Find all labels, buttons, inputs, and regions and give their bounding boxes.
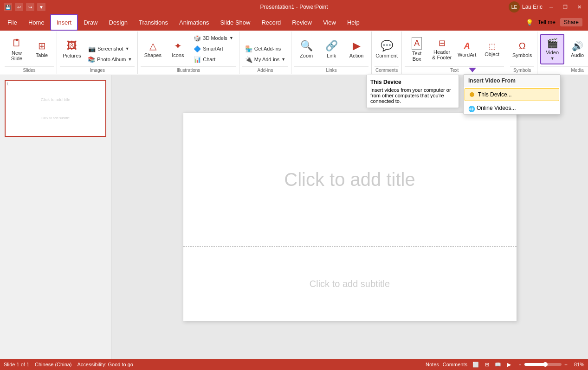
object-label: Object [485, 51, 499, 57]
icons-label: Icons [172, 52, 184, 58]
view-buttons: ⬜ ⊞ 📖 ▶ [471, 361, 514, 368]
symbols-group-content: Ω Symbols [510, 32, 534, 65]
models-3d-icon: 🎲 [194, 35, 201, 42]
action-btn[interactable]: ▶ Action [344, 34, 368, 64]
pictures-btn[interactable]: 🖼 Pictures [60, 34, 84, 64]
video-label: Video [546, 50, 559, 55]
screenshot-btn[interactable]: 📷 Screenshot ▼ [85, 44, 135, 54]
table-btn[interactable]: ⊞ Table [30, 34, 54, 64]
object-icon: ⬚ [489, 42, 496, 51]
minimize-btn[interactable]: ─ [546, 2, 556, 12]
models-3d-label: 3D Models [203, 35, 227, 41]
audio-label: Audio [571, 52, 584, 58]
menu-view[interactable]: View [317, 14, 342, 31]
slide-sorter-btn[interactable]: ⊞ [482, 361, 491, 368]
video-btn[interactable]: 🎬 Video ▼ [540, 34, 564, 64]
menu-help[interactable]: Help [342, 14, 365, 31]
reading-view-btn[interactable]: 📖 [493, 361, 503, 368]
ribbon-group-links: 🔍 Zoom 🔗 Link ▶ Action Links [291, 32, 372, 74]
screenshot-label: Screenshot [97, 46, 123, 51]
shapes-btn[interactable]: △ Shapes [141, 34, 165, 64]
online-videos-icon: 🌐 [468, 106, 473, 110]
comments-group-label: Comments [375, 66, 399, 73]
images-group-label: Images [60, 66, 135, 73]
menu-animations[interactable]: Animations [174, 14, 214, 31]
zoom-fill [524, 363, 545, 366]
customize-qat-btn[interactable]: ▼ [37, 3, 45, 11]
new-slide-btn[interactable]: 🗒 New Slide [5, 34, 29, 64]
menu-design[interactable]: Design [103, 14, 133, 31]
links-group-content: 🔍 Zoom 🔗 Link ▶ Action [294, 32, 368, 65]
slide-canvas-area: Click to add title Click to add subtitle [111, 75, 588, 359]
slideshow-btn[interactable]: ▶ [504, 361, 514, 368]
zoom-level[interactable]: 81% [570, 362, 584, 367]
menu-insert[interactable]: Insert [50, 14, 78, 31]
smartart-icon: 🔷 [194, 45, 201, 52]
smartart-btn[interactable]: 🔷 SmartArt [191, 44, 236, 54]
zoom-slider[interactable] [524, 363, 562, 366]
undo-qat-btn[interactable]: ↩ [15, 3, 23, 11]
menu-slideshow[interactable]: Slide Show [214, 14, 256, 31]
wordart-icon: A [464, 41, 470, 51]
models-3d-btn[interactable]: 🎲 3D Models ▼ [191, 33, 236, 43]
table-icon: ⊞ [38, 40, 46, 51]
chart-icon: 📊 [194, 56, 201, 63]
status-bar: Slide 1 of 1 Chinese (China) Accessibili… [0, 359, 588, 370]
notes-btn[interactable]: Notes [426, 362, 439, 367]
status-right: Notes Comments ⬜ ⊞ 📖 ▶ － ＋ 81% [426, 361, 584, 368]
object-btn[interactable]: ⬚ Object [480, 34, 504, 64]
symbols-label: Symbols [512, 52, 532, 58]
my-addins-label: My Add-ins [254, 57, 279, 62]
textbox-icon: A [412, 37, 422, 50]
share-btn[interactable]: Share [560, 18, 582, 26]
normal-view-btn[interactable]: ⬜ [471, 361, 480, 368]
menu-file[interactable]: File [2, 14, 23, 31]
restore-btn[interactable]: ❐ [560, 2, 570, 12]
illustrations-group-label: Illustrations [141, 66, 236, 73]
get-addins-btn[interactable]: 🏪 Get Add-ins [242, 44, 288, 54]
audio-btn[interactable]: 🔊 Audio [565, 34, 588, 64]
slide-canvas: Click to add title Click to add subtitle [183, 113, 517, 321]
video-dropdown-icon: ▼ [550, 56, 555, 61]
ribbon-group-addins: 🏪 Get Add-ins 🔌 My Add-ins ▼ Add-ins [239, 32, 291, 74]
wordart-btn[interactable]: A WordArt [455, 34, 479, 64]
my-addins-btn[interactable]: 🔌 My Add-ins ▼ [242, 54, 288, 64]
tell-me[interactable]: Tell me [538, 19, 556, 26]
comments-btn[interactable]: Comments [443, 362, 467, 367]
chart-btn[interactable]: 📊 Chart [191, 54, 236, 64]
link-btn[interactable]: 🔗 Link [319, 34, 343, 64]
slide-title-placeholder[interactable]: Click to add title [183, 113, 517, 247]
symbols-btn[interactable]: Ω Symbols [510, 34, 534, 64]
icons-icon: ✦ [174, 40, 182, 51]
slide-number: 1 [6, 82, 9, 86]
online-videos-item[interactable]: 🌐 Online Videos... [464, 102, 560, 114]
video-icon: 🎬 [547, 38, 558, 49]
action-icon: ▶ [353, 40, 361, 52]
save-qat-btn[interactable]: 💾 [4, 3, 12, 11]
zoom-btn[interactable]: 🔍 Zoom [294, 34, 318, 64]
menu-home[interactable]: Home [23, 14, 50, 31]
this-device-item[interactable]: This Device... [465, 88, 559, 101]
slide-subtitle-placeholder[interactable]: Click to add subtitle [183, 247, 517, 321]
comment-btn[interactable]: 💬 Comment [375, 34, 399, 64]
title-bar: 💾 ↩ ↪ ▼ Presentation1 - PowerPoint LE La… [0, 0, 588, 14]
user-avatar: LE [509, 1, 520, 13]
menu-review[interactable]: Review [286, 14, 317, 31]
menu-draw[interactable]: Draw [78, 14, 103, 31]
menu-record[interactable]: Record [256, 14, 286, 31]
redo-qat-btn[interactable]: ↪ [26, 3, 34, 11]
photo-album-btn[interactable]: 📚 Photo Album ▼ [85, 54, 135, 64]
zoom-out-btn[interactable]: － [517, 361, 523, 368]
shapes-icon: △ [149, 40, 156, 51]
status-left: Slide 1 of 1 Chinese (China) Accessibili… [4, 362, 133, 367]
my-addins-icon: 🔌 [245, 56, 252, 63]
header-footer-btn[interactable]: ⊟ Header & Footer [430, 34, 454, 64]
zoom-in-btn[interactable]: ＋ [563, 361, 569, 368]
slide-thumbnail-1[interactable]: Click to add title Click to add subtitle… [5, 80, 106, 137]
zoom-area: － ＋ 81% [517, 361, 584, 368]
slide-info: Slide 1 of 1 [4, 362, 29, 367]
menu-transitions[interactable]: Transitions [133, 14, 174, 31]
icons-btn[interactable]: ✦ Icons [166, 34, 190, 64]
textbox-btn[interactable]: A Text Box [405, 34, 429, 64]
close-btn[interactable]: ✕ [574, 2, 584, 12]
